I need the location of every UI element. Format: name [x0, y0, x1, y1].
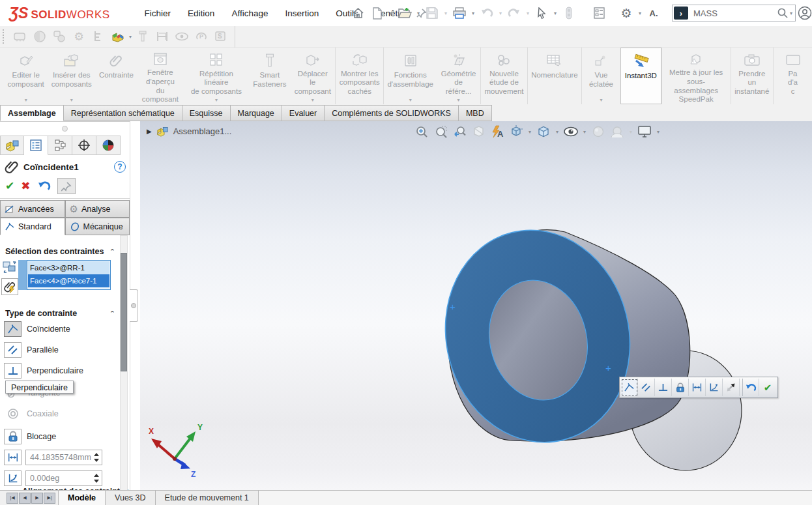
- mate-selections-list[interactable]: Face<3>@RR-1 Face<4>@Pièce7-1: [27, 260, 111, 290]
- tab-vues-3d[interactable]: Vues 3D: [106, 491, 155, 505]
- tab-feature-manager[interactable]: [0, 136, 24, 155]
- tab-assemblage[interactable]: Assemblage: [0, 105, 64, 121]
- panel-scrollbar-thumb[interactable]: [121, 253, 127, 371]
- panel-splitter[interactable]: [130, 121, 140, 490]
- angle-value[interactable]: 0.00deg: [26, 474, 91, 483]
- tab-representation-schematique[interactable]: Représentation schématique: [64, 105, 182, 121]
- dropdown-caret[interactable]: ▾: [312, 97, 314, 104]
- hide-show-items-icon[interactable]: [563, 124, 579, 139]
- tab-marquage[interactable]: Marquage: [231, 105, 282, 121]
- tab-complements-solidworks[interactable]: Compléments de SOLIDWORKS: [325, 105, 459, 121]
- ctx-lock-button[interactable]: [672, 379, 689, 396]
- toolbar-drag-handle[interactable]: [2, 29, 5, 44]
- tab-modele[interactable]: Modèle: [58, 491, 106, 505]
- dropdown-caret[interactable]: ▾: [409, 97, 412, 104]
- panel-scrollbar[interactable]: [120, 235, 128, 491]
- display-style-dropdown-caret[interactable]: ▾: [555, 129, 560, 135]
- tab-etude-de-mouvement[interactable]: Etude de mouvement 1: [156, 491, 259, 505]
- graphics-viewport[interactable]: ▶ Assemblage1... A ▾ ▾ ▾ ▾ ▾: [140, 121, 812, 490]
- dropdown-caret[interactable]: ▾: [25, 97, 27, 104]
- tab-esquisse[interactable]: Esquisse: [182, 105, 231, 121]
- scroll-last-button[interactable]: ▶|: [44, 493, 55, 504]
- ribbon-geometrie-de-reference[interactable]: Géométrie de référe...▾: [437, 48, 480, 104]
- ctx-parallel-button[interactable]: [638, 379, 655, 396]
- ribbon-contrainte[interactable]: Contrainte: [95, 48, 137, 104]
- ribbon-vue-eclatee[interactable]: Vue éclatée▾: [581, 48, 620, 104]
- search-box[interactable]: › MASS ▾: [672, 5, 796, 22]
- tab-configuration-manager[interactable]: [48, 136, 72, 155]
- tab-mecanique[interactable]: Mécanique: [65, 218, 130, 235]
- scroll-next-button[interactable]: ▶: [31, 493, 43, 504]
- keep-visible-pin-button[interactable]: [57, 178, 76, 194]
- multibody-part-icon[interactable]: [108, 28, 128, 45]
- dropdown-caret[interactable]: ▾: [457, 97, 460, 104]
- previous-view-icon[interactable]: [452, 124, 467, 139]
- mate-type-perpendicular[interactable]: Perpendiculaire: [4, 362, 83, 379]
- mate-type-parallel[interactable]: Parallèle: [4, 341, 59, 358]
- print-dropdown-caret[interactable]: ▾: [471, 10, 476, 16]
- ribbon-fonctions-assemblage[interactable]: Fonctions d'assemblage▾: [383, 48, 437, 104]
- collapse-chevron-icon[interactable]: ⌃: [109, 248, 115, 256]
- search-dropdown-caret[interactable]: ▾: [789, 10, 794, 16]
- annotation-views-icon[interactable]: A: [489, 124, 505, 139]
- tab-property-manager[interactable]: [24, 136, 48, 155]
- zoom-to-area-icon[interactable]: [433, 124, 448, 139]
- tab-avancees[interactable]: Avancées: [0, 200, 65, 218]
- mate-type-lock[interactable]: Blocage: [4, 428, 56, 445]
- selection-item[interactable]: Face<3>@RR-1: [28, 261, 109, 274]
- scroll-prev-button[interactable]: ◀: [19, 493, 31, 504]
- assembly-name[interactable]: Assemblage1...: [173, 126, 232, 136]
- lock-icon[interactable]: [4, 429, 22, 444]
- ribbon-deplacer-le-composant[interactable]: Déplacer le composant▾: [290, 48, 335, 104]
- select-dropdown-caret[interactable]: ▾: [553, 10, 558, 16]
- menu-affichage[interactable]: Affichage: [224, 5, 275, 22]
- panel-collapse-handle[interactable]: [62, 126, 68, 132]
- multibody-dropdown-caret[interactable]: ▾: [128, 34, 133, 40]
- ctx-ok-button[interactable]: ✔: [759, 379, 776, 396]
- options-dropdown-caret[interactable]: ▾: [637, 10, 643, 16]
- cancel-x-icon[interactable]: ✖: [21, 179, 30, 193]
- open-icon[interactable]: [396, 5, 413, 22]
- tab-analyse[interactable]: ⚙Analyse: [65, 200, 130, 218]
- splitter-handle[interactable]: [130, 289, 138, 322]
- open-dropdown-caret[interactable]: ▾: [416, 10, 421, 16]
- expand-arrow-icon[interactable]: ▶: [147, 128, 152, 135]
- ctx-flip-alignment-button[interactable]: [723, 379, 740, 396]
- ribbon-inserer-des-composants[interactable]: Insérer des composants▾: [48, 48, 95, 104]
- new-dropdown-caret[interactable]: ▾: [388, 10, 394, 16]
- home-icon[interactable]: [349, 5, 366, 22]
- ribbon-mettre-a-jour-speedpak[interactable]: !Mettre à jour les sous-assemblages Spee…: [661, 48, 731, 104]
- help-icon[interactable]: ?: [114, 161, 126, 173]
- distance-value[interactable]: 44.18355748mm: [26, 453, 91, 462]
- ctx-distance-button[interactable]: [689, 379, 706, 396]
- ribbon-prendre-un-instantane[interactable]: Prendre un instantané: [731, 48, 773, 104]
- scroll-first-button[interactable]: |◀: [7, 493, 18, 504]
- options-gear-icon[interactable]: ⚙: [618, 5, 635, 22]
- multiple-mate-icon[interactable]: [1, 278, 18, 295]
- mate-type-coincident[interactable]: Coïncidente: [4, 321, 70, 338]
- view-settings-dropdown-caret[interactable]: ▾: [656, 129, 661, 135]
- ribbon-montrer-composants-caches[interactable]: Montrer les composants cachés: [335, 48, 383, 104]
- hide-show-dropdown-caret[interactable]: ▾: [582, 129, 587, 135]
- tab-standard[interactable]: Standard: [0, 218, 65, 235]
- ctx-perpendicular-button[interactable]: [655, 379, 672, 396]
- undo-icon[interactable]: [37, 180, 51, 192]
- distance-spinner[interactable]: [91, 450, 102, 465]
- angle-field[interactable]: 0.00deg: [25, 470, 102, 486]
- selection-item-selected[interactable]: Face<4>@Pièce7-1: [28, 274, 109, 287]
- ctx-undo-button[interactable]: [742, 379, 759, 396]
- view-settings-icon[interactable]: [637, 124, 652, 139]
- zoom-to-fit-icon[interactable]: [414, 124, 429, 139]
- tab-mbd[interactable]: MBD: [459, 105, 492, 121]
- ribbon-smart-fasteners[interactable]: Smart Fasteners: [250, 48, 291, 104]
- menu-edition[interactable]: Edition: [181, 5, 222, 22]
- dropdown-caret[interactable]: ▾: [70, 97, 73, 104]
- tab-evaluer[interactable]: Evaluer: [282, 105, 325, 121]
- tab-display-manager[interactable]: [96, 136, 121, 155]
- tab-dimxpert-manager[interactable]: [72, 136, 96, 155]
- view-orientation-icon[interactable]: [508, 124, 524, 139]
- search-icon[interactable]: [777, 7, 789, 19]
- search-input[interactable]: MASS: [693, 8, 777, 18]
- dropdown-caret[interactable]: ▾: [215, 97, 218, 104]
- display-style-icon[interactable]: [536, 124, 551, 139]
